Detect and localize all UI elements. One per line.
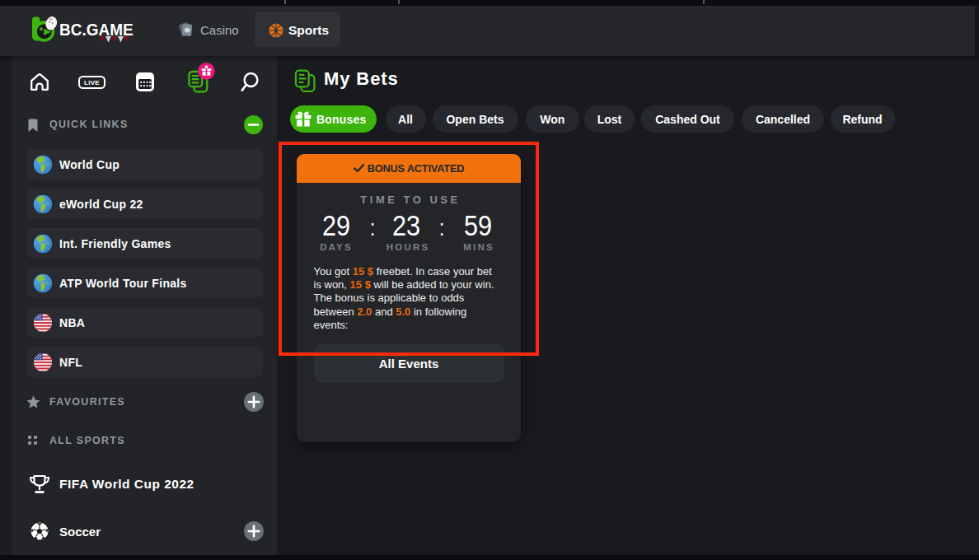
svg-text:LIVE: LIVE [84,79,100,86]
